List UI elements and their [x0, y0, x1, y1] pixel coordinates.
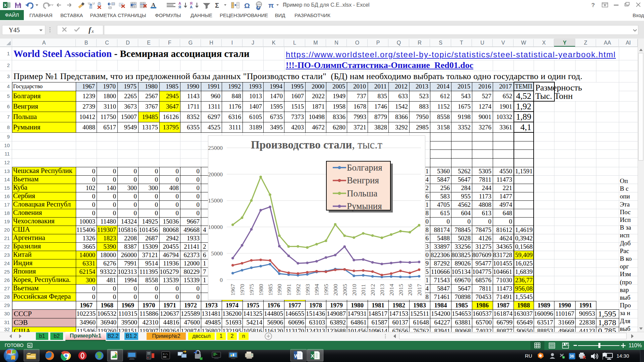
svg-text:2015: 2015 — [397, 284, 404, 296]
svg-text:Болгария: Болгария — [347, 163, 382, 173]
svg-text:?: ? — [591, 2, 595, 8]
svg-text:2011: 2011 — [360, 284, 367, 296]
svg-text:1980: 1980 — [258, 284, 264, 296]
svg-text:Производство стали, тыс.т: Производство стали, тыс.т — [251, 139, 382, 151]
svg-text:1990: 1990 — [276, 284, 283, 296]
svg-text:15000: 15000 — [208, 197, 223, 204]
svg-text:Венгрия: Венгрия — [347, 175, 379, 185]
svg-text:2010: 2010 — [351, 284, 358, 296]
svg-text:5000: 5000 — [211, 250, 223, 257]
svg-text:U: U — [93, 2, 95, 5]
svg-text:20000: 20000 — [208, 171, 223, 178]
svg-text:2012: 2012 — [369, 284, 376, 296]
svg-text:1995: 1995 — [323, 284, 329, 296]
svg-text:Ω: Ω — [244, 2, 250, 9]
svg-text:C:\: C:\ — [163, 353, 168, 356]
svg-text:W: W — [294, 353, 299, 359]
svg-text:Румыния: Румыния — [347, 201, 382, 211]
svg-text:Σ: Σ — [215, 2, 219, 9]
svg-text:X: X — [4, 3, 7, 8]
svg-text:X: X — [311, 353, 314, 359]
svg-text:2017: 2017 — [416, 284, 423, 296]
svg-text:1991: 1991 — [285, 284, 292, 296]
svg-text:2014: 2014 — [388, 284, 395, 296]
svg-text:1994: 1994 — [313, 284, 320, 296]
svg-text:1975: 1975 — [248, 284, 255, 296]
svg-text:Я: Я — [178, 5, 181, 9]
svg-text:1970: 1970 — [239, 284, 246, 296]
svg-text:1992: 1992 — [295, 284, 302, 296]
svg-text:25000: 25000 — [208, 144, 223, 151]
svg-text:А: А — [190, 5, 193, 9]
svg-text:1985: 1985 — [267, 284, 274, 296]
svg-text:1993: 1993 — [304, 284, 311, 296]
svg-text:Польша: Польша — [347, 188, 377, 198]
svg-text:1967: 1967 — [229, 284, 236, 296]
svg-text:36: 36 — [570, 354, 574, 359]
svg-text:0: 0 — [220, 277, 223, 283]
svg-text:2013: 2013 — [379, 284, 385, 296]
svg-text:10000: 10000 — [208, 224, 223, 230]
svg-text:2000: 2000 — [332, 284, 339, 296]
svg-text:2005: 2005 — [341, 284, 348, 296]
svg-text:x: x — [91, 28, 94, 34]
svg-text:π: π — [268, 1, 274, 9]
svg-text:2016: 2016 — [407, 284, 413, 296]
